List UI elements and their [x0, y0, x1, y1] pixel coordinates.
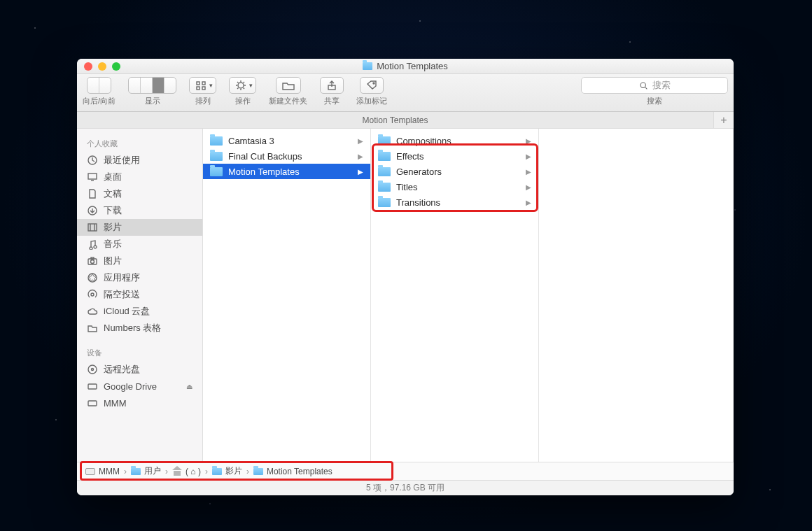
tab-motion-templates[interactable]: Motion Templates — [77, 112, 714, 128]
chevron-down-icon: ▾ — [209, 82, 213, 89]
cloud-icon — [87, 306, 98, 317]
camera-icon — [87, 255, 98, 267]
zoom-button[interactable] — [112, 62, 120, 71]
svg-point-42 — [91, 293, 94, 296]
sidebar-item-label: 远程光盘 — [104, 363, 140, 376]
svg-rect-40 — [91, 257, 94, 259]
music-icon — [87, 239, 98, 250]
path-crumb[interactable]: 用户 — [131, 465, 161, 477]
sidebar: 个人收藏 最近使用 桌面 文稿 下载 影片 — [77, 129, 203, 462]
item-label: Effects — [396, 151, 520, 162]
folder-icon — [210, 152, 223, 161]
folder-icon — [378, 183, 391, 192]
path-label: 用户 — [144, 465, 161, 477]
minimize-button[interactable] — [98, 62, 106, 71]
sidebar-item-downloads[interactable]: 下载 — [77, 202, 202, 219]
list-item[interactable]: Titles ▶ — [371, 179, 538, 194]
disc-icon — [87, 364, 98, 375]
list-item[interactable]: Transitions ▶ — [371, 194, 538, 210]
chevron-down-icon: ▾ — [249, 82, 253, 89]
status-text: 5 项，97.16 GB 可用 — [366, 482, 444, 494]
sidebar-item-google-drive[interactable]: Google Drive ⏏ — [77, 378, 202, 395]
list-item[interactable]: Camtasia 3 ▶ — [203, 133, 370, 148]
svg-rect-17 — [202, 87, 205, 90]
folder-icon — [363, 62, 372, 70]
folder-icon — [131, 468, 141, 475]
share-button[interactable] — [320, 77, 344, 94]
svg-rect-32 — [88, 174, 97, 179]
action-button[interactable]: ▾ — [229, 77, 256, 94]
home-icon — [172, 467, 182, 476]
sidebar-item-applications[interactable]: 应用程序 — [77, 269, 202, 286]
eject-icon[interactable]: ⏏ — [186, 383, 192, 390]
nav-buttons — [87, 77, 111, 94]
sidebar-item-label: iCloud 云盘 — [104, 305, 150, 318]
share-label: 共享 — [324, 96, 340, 106]
svg-rect-16 — [197, 87, 200, 90]
folder-icon — [253, 468, 263, 475]
back-button[interactable] — [88, 78, 99, 93]
sidebar-item-movies[interactable]: 影片 — [77, 219, 202, 236]
svg-point-43 — [88, 365, 97, 374]
finder-body: 个人收藏 最近使用 桌面 文稿 下载 影片 — [77, 129, 734, 462]
sidebar-item-label: 图片 — [104, 255, 122, 267]
arrange-label: 排列 — [195, 96, 211, 106]
path-crumb[interactable]: 影片 — [212, 465, 242, 477]
list-item[interactable]: Compositions ▶ — [371, 133, 538, 148]
status-bar: 5 项，97.16 GB 可用 — [77, 480, 734, 495]
sidebar-item-label: 最近使用 — [104, 154, 140, 167]
sidebar-item-icloud[interactable]: iCloud 云盘 — [77, 303, 202, 320]
chevron-right-icon: ▶ — [526, 199, 536, 206]
search-field[interactable]: 搜索 — [581, 77, 728, 94]
sidebar-item-label: MMM — [104, 398, 127, 409]
path-crumb[interactable]: MMM — [85, 467, 120, 476]
svg-point-44 — [92, 369, 94, 371]
sidebar-item-pictures[interactable]: 图片 — [77, 253, 202, 269]
sidebar-item-remote-disc[interactable]: 远程光盘 — [77, 361, 202, 378]
nav-label: 向后/向前 — [83, 96, 115, 106]
tab-label: Motion Templates — [363, 115, 428, 125]
list-item[interactable]: Motion Templates ▶ — [203, 164, 370, 179]
item-label: Motion Templates — [228, 167, 352, 177]
folder-icon — [212, 468, 222, 475]
sidebar-item-numbers[interactable]: Numbers 表格 — [77, 320, 202, 337]
chevron-right-icon: ▶ — [358, 137, 368, 145]
column-3 — [539, 129, 734, 462]
sidebar-item-label: 应用程序 — [104, 271, 140, 284]
sidebar-item-airdrop[interactable]: 隔空投送 — [77, 286, 202, 303]
new-folder-button[interactable] — [276, 77, 301, 94]
download-icon — [87, 205, 98, 216]
new-tab-button[interactable]: + — [714, 112, 734, 128]
apps-icon — [87, 272, 98, 283]
path-separator: › — [246, 467, 249, 476]
list-item[interactable]: Generators ▶ — [371, 164, 538, 179]
svg-point-18 — [238, 83, 244, 88]
toolbar: 向后/向前 显示 ▾ 排列 ▾ 操作 — [77, 74, 734, 112]
forward-button[interactable] — [99, 78, 111, 93]
folder-icon — [210, 167, 223, 176]
arrange-button[interactable]: ▾ — [189, 77, 216, 94]
document-icon — [87, 188, 98, 199]
sidebar-item-documents[interactable]: 文稿 — [77, 185, 202, 202]
sidebar-item-mmm[interactable]: MMM — [77, 395, 202, 411]
chevron-right-icon: ▶ — [526, 168, 536, 176]
path-bar: MMM › 用户 › ( ⌂ ) › 影片 › Motion Templates — [77, 462, 734, 480]
view-icons-button[interactable] — [129, 78, 140, 93]
clock-icon — [87, 155, 98, 166]
close-button[interactable] — [84, 62, 92, 71]
view-columns-button[interactable] — [152, 78, 164, 93]
folder-icon — [210, 136, 223, 146]
view-list-button[interactable] — [140, 78, 152, 93]
list-item[interactable]: Effects ▶ — [371, 148, 538, 164]
view-gallery-button[interactable] — [164, 78, 176, 93]
harddrive-icon — [87, 397, 98, 409]
tags-button[interactable] — [360, 77, 384, 94]
sidebar-item-recents[interactable]: 最近使用 — [77, 152, 202, 169]
item-label: Compositions — [396, 136, 520, 146]
sidebar-item-music[interactable]: 音乐 — [77, 236, 202, 253]
list-item[interactable]: Final Cut Backups ▶ — [203, 148, 370, 164]
path-crumb[interactable]: Motion Templates — [253, 467, 332, 476]
sidebar-item-desktop[interactable]: 桌面 — [77, 169, 202, 185]
path-label: MMM — [99, 467, 120, 476]
path-crumb[interactable]: ( ⌂ ) — [172, 467, 201, 476]
